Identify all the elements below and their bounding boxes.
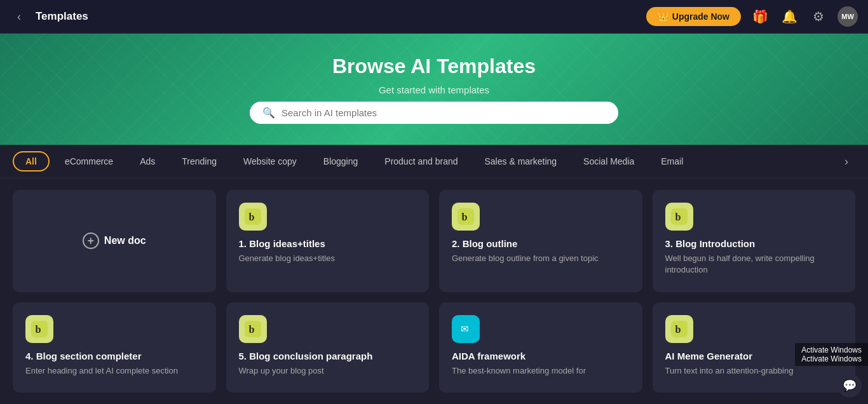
new-doc-icon: + (83, 232, 99, 249)
card-icon: b (239, 203, 267, 231)
topbar-right: 👑 Upgrade Now 🎁 🔔 ⚙ MW (646, 6, 858, 27)
card-description: The best-known marketing model for (452, 365, 630, 377)
svg-text:b: b (675, 323, 681, 335)
gift-icon[interactable]: 🎁 (750, 6, 770, 27)
card-icon: b (239, 315, 267, 343)
filter-tab-sales-&-marketing[interactable]: Sales & marketing (473, 152, 569, 170)
filter-tab-blogging[interactable]: Blogging (312, 152, 370, 170)
svg-text:b: b (248, 212, 254, 223)
gear-icon[interactable]: ⚙ (808, 6, 829, 27)
topbar-left: ‹ Templates (10, 8, 88, 25)
card-description: Enter heading and let AI complete sectio… (25, 365, 203, 377)
template-card[interactable]: b3. Blog IntroductionWell begun is half … (653, 190, 856, 292)
template-card[interactable]: ✉AIDA frameworkThe best-known marketing … (439, 302, 642, 393)
card-icon: ✉ (452, 315, 480, 343)
card-icon: b (25, 315, 53, 343)
card-icon: b (452, 203, 480, 231)
avatar[interactable]: MW (837, 6, 858, 27)
search-bar[interactable]: 🔍 (250, 102, 618, 124)
card-description: Generate blog outline from a given topic (452, 253, 630, 264)
card-title: 5. Blog conclusion paragraph (239, 351, 417, 361)
template-card[interactable]: b2. Blog outlineGenerate blog outline fr… (439, 190, 642, 292)
svg-text:✉: ✉ (461, 323, 469, 333)
hero-banner: Browse AI Templates Get started with tem… (0, 34, 868, 145)
card-icon: b (665, 203, 693, 231)
hero-subtitle: Get started with templates (379, 84, 489, 95)
card-title: 2. Blog outline (452, 238, 630, 249)
search-icon: 🔍 (262, 107, 275, 119)
template-grid: + New doc b1. Blog ideas+titlesGenerate … (0, 178, 868, 404)
card-icon: b (665, 315, 693, 343)
search-input[interactable] (281, 107, 606, 118)
svg-text:b: b (675, 212, 681, 223)
card-description: Wrap up your blog post (239, 365, 417, 377)
upgrade-button[interactable]: 👑 Upgrade Now (646, 7, 741, 26)
template-card[interactable]: b5. Blog conclusion paragraphWrap up you… (226, 302, 430, 393)
card-title: AIDA framework (452, 351, 630, 361)
topbar: ‹ Templates 👑 Upgrade Now 🎁 🔔 ⚙ MW (0, 0, 868, 34)
filter-next-arrow[interactable]: › (837, 152, 855, 170)
bell-icon[interactable]: 🔔 (779, 6, 799, 27)
card-title: 4. Blog section completer (25, 351, 203, 361)
card-description: Well begun is half done, write compellin… (665, 253, 843, 276)
template-card[interactable]: b4. Blog section completerEnter heading … (13, 302, 216, 393)
card-description: Generate blog ideas+titles (239, 253, 417, 264)
filter-tab-trending[interactable]: Trending (170, 152, 228, 170)
chat-button[interactable]: 💬 (837, 374, 862, 398)
filter-tab-ecommerce[interactable]: eCommerce (53, 152, 125, 170)
svg-text:b: b (36, 323, 41, 335)
svg-text:b: b (248, 323, 254, 335)
windows-watermark: Activate WindowsActivate Windows (795, 343, 868, 366)
filter-tab-email[interactable]: Email (649, 152, 695, 170)
new-doc-card[interactable]: + New doc (13, 190, 216, 292)
filter-tab-website-copy[interactable]: Website copy (232, 152, 308, 170)
upgrade-label: Upgrade Now (672, 11, 729, 22)
filter-tab-all[interactable]: All (13, 151, 50, 172)
svg-text:b: b (462, 212, 468, 223)
crown-icon: 👑 (658, 11, 668, 22)
card-title: 3. Blog Introduction (665, 238, 843, 249)
template-card[interactable]: b1. Blog ideas+titlesGenerate blog ideas… (226, 190, 430, 292)
card-title: 1. Blog ideas+titles (239, 238, 417, 249)
filter-tab-social-media[interactable]: Social Media (572, 152, 646, 170)
filter-tab-product-and-brand[interactable]: Product and brand (373, 152, 469, 170)
hero-title: Browse AI Templates (332, 55, 536, 78)
new-doc-label: New doc (104, 235, 146, 246)
card-description: Turn text into an attention-grabbing (665, 365, 843, 377)
filter-bar: AlleCommerceAdsTrendingWebsite copyBlogg… (0, 145, 868, 178)
filter-tab-ads[interactable]: Ads (128, 152, 166, 170)
page-title: Templates (36, 10, 88, 23)
back-button[interactable]: ‹ (10, 8, 28, 25)
